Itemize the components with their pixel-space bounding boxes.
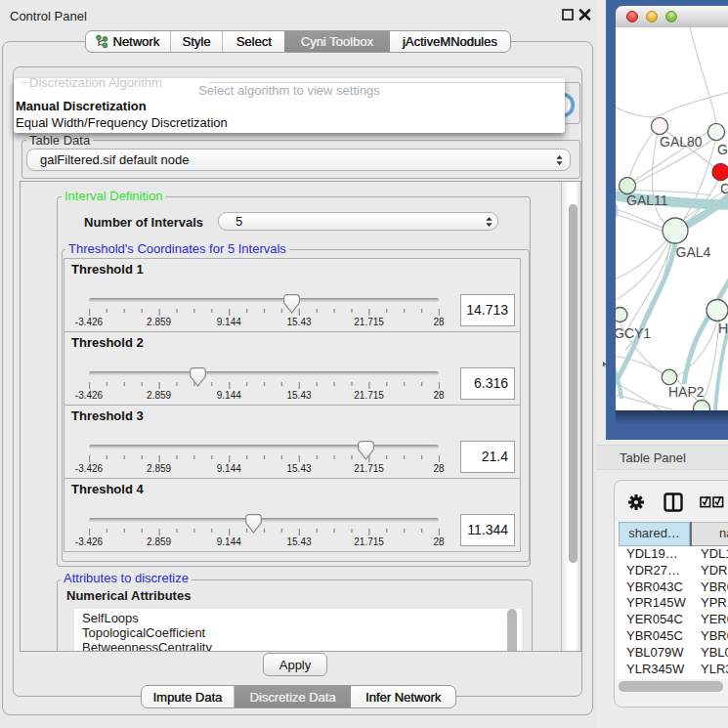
svg-text:H: H bbox=[718, 321, 728, 336]
svg-text:GAL: GAL bbox=[717, 142, 728, 157]
svg-text:GCY1: GCY1 bbox=[616, 325, 651, 341]
svg-text:GAL4: GAL4 bbox=[676, 244, 711, 260]
svg-text:HAP2: HAP2 bbox=[668, 384, 705, 400]
svg-text:GAL80: GAL80 bbox=[660, 134, 703, 150]
svg-text:GAL11: GAL11 bbox=[626, 193, 668, 208]
svg-text:C: C bbox=[720, 181, 728, 196]
